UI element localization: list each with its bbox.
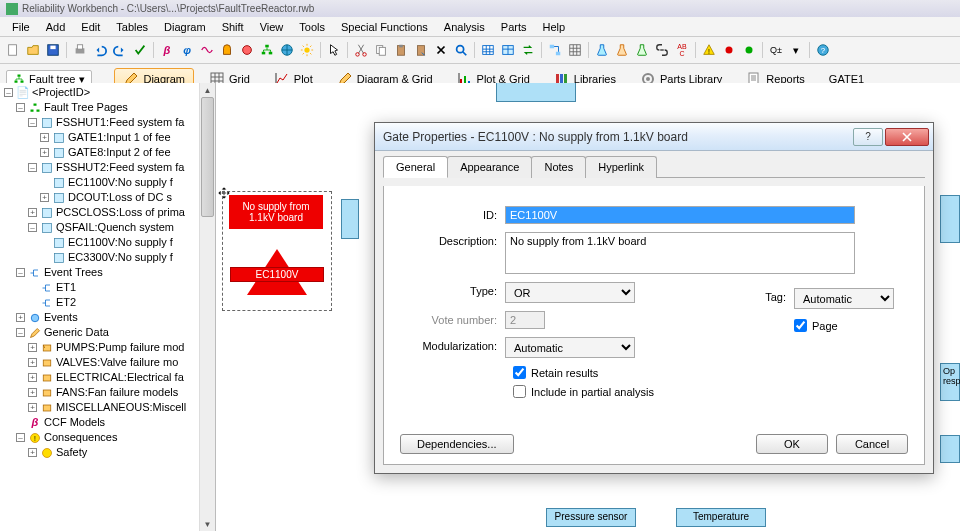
tree-valves[interactable]: +VALVES:Valve failure mo [4,355,215,370]
tree-fsshut1[interactable]: –FSSHUT1:Feed system fa [4,115,215,130]
scroll-thumb[interactable] [201,97,214,217]
chevron-down-icon[interactable]: ▾ [787,41,805,59]
save-icon[interactable] [44,41,62,59]
tree-fans[interactable]: +FANS:Fan failure models [4,385,215,400]
tree-qsfail[interactable]: –QSFAIL:Quench system [4,220,215,235]
tree-fault-tree-pages[interactable]: –Fault Tree Pages [4,100,215,115]
description-input[interactable]: No supply from 1.1kV board [505,232,855,274]
delete-icon[interactable] [432,41,450,59]
tree-icon[interactable] [258,41,276,59]
abc-icon[interactable]: ABC [673,41,691,59]
paste-special-icon[interactable] [412,41,430,59]
table-icon[interactable] [479,41,497,59]
menu-add[interactable]: Add [38,21,74,33]
check-icon[interactable] [131,41,149,59]
menu-help[interactable]: Help [535,21,574,33]
tree-generic-data[interactable]: –Generic Data [4,325,215,340]
tab-general[interactable]: General [383,156,448,178]
canvas-pressure-box[interactable]: Pressure sensor [546,508,636,527]
swap-icon[interactable] [519,41,537,59]
selected-gate-block[interactable]: No supply from 1.1kV board EC1100V [222,191,332,311]
wave-icon[interactable] [198,41,216,59]
diagram-icon[interactable] [546,41,564,59]
dependencies-button[interactable]: Dependencies... [400,434,514,454]
flask2-icon[interactable] [613,41,631,59]
tree-gate1[interactable]: +GATE1:Input 1 of fee [4,130,215,145]
menu-parts[interactable]: Parts [493,21,535,33]
grid-icon[interactable] [566,41,584,59]
canvas-top-gate[interactable] [496,83,576,102]
tree-dcout[interactable]: +DCOUT:Loss of DC s [4,190,215,205]
table2-icon[interactable] [499,41,517,59]
redo-icon[interactable] [111,41,129,59]
dot-green-icon[interactable] [740,41,758,59]
tree-electrical[interactable]: +ELECTRICAL:Electrical fa [4,370,215,385]
menu-tables[interactable]: Tables [108,21,156,33]
tree-safety[interactable]: +Safety [4,445,215,460]
tree-gate8[interactable]: +GATE8:Input 2 of fee [4,145,215,160]
include-partial-checkbox[interactable]: Include in partial analysis [513,385,908,398]
menu-file[interactable]: File [4,21,38,33]
close-button[interactable] [885,128,929,146]
cut-icon[interactable] [352,41,370,59]
warning-icon[interactable]: ! [700,41,718,59]
find-icon[interactable] [452,41,470,59]
tree-ec1100v-a[interactable]: EC1100V:No supply f [4,175,215,190]
print-icon[interactable] [71,41,89,59]
cancel-button[interactable]: Cancel [836,434,908,454]
modularization-select[interactable]: Automatic [505,337,635,358]
tree-root[interactable]: –📄<ProjectID> [4,85,215,100]
canvas-child-box-4[interactable] [940,435,960,463]
menu-special-functions[interactable]: Special Functions [333,21,436,33]
tree-et1[interactable]: ET1 [4,280,215,295]
tree-pumps[interactable]: +PUMPS:Pump failure mod [4,340,215,355]
link-icon[interactable] [653,41,671,59]
cursor-icon[interactable] [325,41,343,59]
event-icon[interactable] [238,41,256,59]
tree-event-trees[interactable]: –Event Trees [4,265,215,280]
id-input[interactable] [505,206,855,224]
tab-appearance[interactable]: Appearance [447,156,532,178]
canvas-child-box-2[interactable] [940,195,960,243]
menu-diagram[interactable]: Diagram [156,21,214,33]
type-select[interactable]: OR [505,282,635,303]
tree-consequences[interactable]: –!Consequences [4,430,215,445]
paste-icon[interactable] [392,41,410,59]
phi-icon[interactable]: φ [178,41,196,59]
retain-results-checkbox[interactable]: Retain results [513,366,908,379]
help-icon[interactable]: ? [814,41,832,59]
undo-icon[interactable] [91,41,109,59]
tree-pcscloss[interactable]: +PCSCLOSS:Loss of prima [4,205,215,220]
page-checkbox[interactable]: Page [794,319,904,332]
canvas-op-box[interactable]: Op resp [940,363,960,401]
dot-red-icon[interactable] [720,41,738,59]
menu-edit[interactable]: Edit [73,21,108,33]
scroll-up-icon[interactable]: ▲ [200,83,215,97]
scroll-down-icon[interactable]: ▼ [200,517,215,531]
menu-tools[interactable]: Tools [291,21,333,33]
canvas-temperature-box[interactable]: Temperature [676,508,766,527]
new-icon[interactable] [4,41,22,59]
menu-analysis[interactable]: Analysis [436,21,493,33]
tree-et2[interactable]: ET2 [4,295,215,310]
open-icon[interactable] [24,41,42,59]
globe-icon[interactable] [278,41,296,59]
zoom-icon[interactable]: Q± [767,41,785,59]
tree-ec1100v-b[interactable]: EC1100V:No supply f [4,235,215,250]
dialog-titlebar[interactable]: Gate Properties - EC1100V : No supply fr… [375,123,933,151]
tree-misc[interactable]: +MISCELLANEOUS:Miscell [4,400,215,415]
sun-icon[interactable] [298,41,316,59]
tree-fsshut2[interactable]: –FSSHUT2:Feed system fa [4,160,215,175]
tree-events[interactable]: +Events [4,310,215,325]
ok-button[interactable]: OK [756,434,828,454]
tree-ccf-models[interactable]: βCCF Models [4,415,215,430]
menu-shift[interactable]: Shift [214,21,252,33]
sidebar-scrollbar[interactable]: ▲ ▼ [199,83,215,531]
tab-hyperlink[interactable]: Hyperlink [585,156,657,178]
copy-icon[interactable] [372,41,390,59]
tab-notes[interactable]: Notes [531,156,586,178]
beta-icon[interactable]: β [158,41,176,59]
tree-ec3300v[interactable]: EC3300V:No supply f [4,250,215,265]
flask3-icon[interactable] [633,41,651,59]
tag-select[interactable]: Automatic [794,288,894,309]
